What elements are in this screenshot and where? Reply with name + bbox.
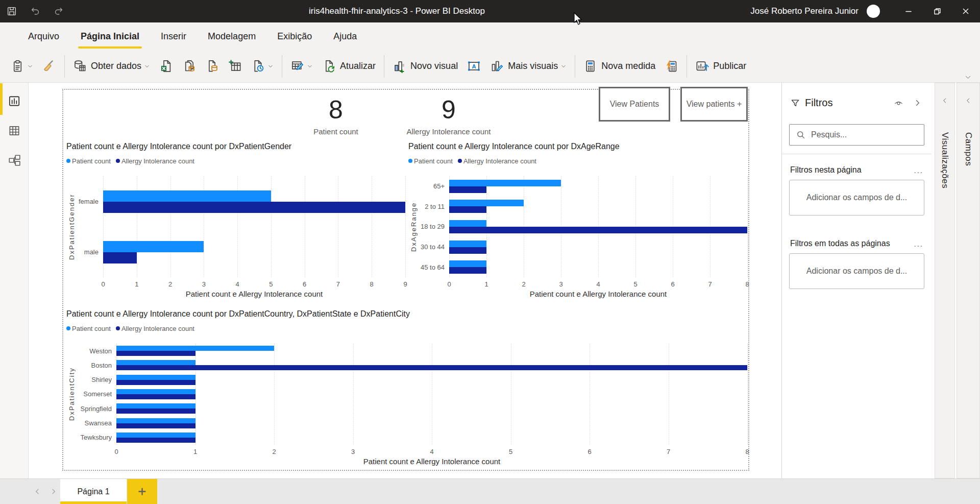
bar-patient-count[interactable] xyxy=(116,403,195,409)
bar-patient-count[interactable] xyxy=(449,220,486,227)
minimize-button[interactable] xyxy=(894,0,923,22)
transform-data-button[interactable] xyxy=(286,53,317,80)
filters-all-pages-dropzone[interactable]: Adicionar os campos de d... xyxy=(789,253,924,289)
filters-page-dropzone[interactable]: Adicionar os campos de d... xyxy=(789,180,924,215)
refresh-button[interactable]: Atualizar xyxy=(317,53,380,80)
bar-patient-count[interactable] xyxy=(449,180,561,186)
category-label: male xyxy=(77,227,103,277)
eye-icon[interactable] xyxy=(894,98,903,108)
bar-allergy-intolerance-count[interactable] xyxy=(116,365,747,370)
bar-chart-dxpatientgender[interactable]: Patient count e Allergy Intolerance coun… xyxy=(66,141,405,298)
collapse-filters-icon[interactable] xyxy=(913,98,922,108)
avatar[interactable] xyxy=(867,5,880,18)
bar-patient-count[interactable] xyxy=(116,346,274,351)
tab-ajuda[interactable]: Ajuda xyxy=(323,22,368,50)
expand-pane-icon[interactable] xyxy=(941,97,949,105)
report-page[interactable]: 8 Patient count 9 Allergy Intolerance co… xyxy=(62,89,749,471)
more-options-icon[interactable]: ... xyxy=(914,166,923,175)
bar-allergy-intolerance-count[interactable] xyxy=(103,202,405,213)
page-tab[interactable]: Página 1 xyxy=(60,479,127,504)
tab-pagina-inicial[interactable]: Página Inicial xyxy=(70,22,150,50)
bar-chart-dxpatientcity[interactable]: Patient count e Allergy Intolerance coun… xyxy=(66,308,747,466)
fields-pane-collapsed[interactable]: Campos xyxy=(957,83,980,478)
patient-count-card[interactable]: 8 Patient count xyxy=(285,95,387,136)
paste-button[interactable] xyxy=(6,53,38,80)
more-options-icon[interactable]: ... xyxy=(914,239,923,248)
bar-allergy-intolerance-count[interactable] xyxy=(116,423,195,428)
bar-patient-count[interactable] xyxy=(116,389,195,394)
recent-sources-button[interactable] xyxy=(247,53,278,80)
report-view-button[interactable] xyxy=(8,94,21,108)
add-page-button[interactable] xyxy=(127,479,157,504)
bar-patient-count[interactable] xyxy=(449,241,486,247)
format-painter-button[interactable] xyxy=(38,53,61,80)
redo-button[interactable] xyxy=(47,0,70,22)
report-canvas: 8 Patient count 9 Allergy Intolerance co… xyxy=(29,83,781,478)
bar-allergy-intolerance-count[interactable] xyxy=(449,267,486,274)
bar-allergy-intolerance-count[interactable] xyxy=(116,380,195,385)
excel-workbook-button[interactable] xyxy=(155,53,178,80)
bar-patient-count[interactable] xyxy=(449,200,524,206)
model-view-button[interactable] xyxy=(8,154,21,167)
bar-allergy-intolerance-count[interactable] xyxy=(449,227,747,233)
bar-allergy-intolerance-count[interactable] xyxy=(449,206,486,213)
tab-exibicao[interactable]: Exibição xyxy=(266,22,323,50)
tab-modelagem[interactable]: Modelagem xyxy=(197,22,266,50)
bar-allergy-intolerance-count[interactable] xyxy=(449,247,486,254)
undo-button[interactable] xyxy=(23,0,47,22)
tab-arquivo[interactable]: Arquivo xyxy=(17,22,70,50)
x-axis: 012345678 xyxy=(449,277,747,290)
sql-server-button[interactable] xyxy=(178,53,201,80)
bar-patient-count[interactable] xyxy=(116,360,195,365)
bar-allergy-intolerance-count[interactable] xyxy=(116,409,195,414)
visualizations-pane-collapsed[interactable]: Visualizações xyxy=(935,83,955,478)
data-view-button[interactable] xyxy=(8,124,21,137)
bar-patient-count[interactable] xyxy=(103,190,271,202)
bar-patient-count[interactable] xyxy=(116,418,195,423)
bar-patient-count[interactable] xyxy=(449,260,486,267)
previous-page-button[interactable] xyxy=(33,487,42,496)
plus-icon xyxy=(137,487,147,496)
tab-inserir[interactable]: Inserir xyxy=(150,22,197,50)
legend-item: Allergy Intolerance count xyxy=(458,157,536,165)
new-measure-button[interactable]: Nova medida xyxy=(579,53,660,80)
dataverse-button[interactable] xyxy=(201,53,224,80)
allergy-count-card[interactable]: 9 Allergy Intolerance count xyxy=(387,95,510,136)
save-button[interactable] xyxy=(0,0,23,22)
save-icon xyxy=(6,6,17,17)
bar-patient-count[interactable] xyxy=(116,433,195,438)
more-visuals-button[interactable]: Mais visuais xyxy=(485,53,571,80)
bar-allergy-intolerance-count[interactable] xyxy=(116,351,195,356)
user-name[interactable]: José Roberto Pereira Junior xyxy=(750,6,859,16)
bar-allergy-intolerance-count[interactable] xyxy=(449,186,486,193)
bar-allergy-intolerance-count[interactable] xyxy=(116,394,195,399)
bar-chart-dxagerange[interactable]: Patient count e Allergy Intolerance coun… xyxy=(408,141,747,298)
legend-item: Allergy Intolerance count xyxy=(116,157,194,165)
x-tick-label: 0 xyxy=(447,280,451,288)
restore-button[interactable] xyxy=(923,0,951,22)
gridline xyxy=(405,176,406,277)
enter-data-button[interactable] xyxy=(224,53,247,80)
legend-item: Allergy Intolerance count xyxy=(116,325,194,332)
close-button[interactable] xyxy=(951,0,980,22)
next-page-button[interactable] xyxy=(48,487,58,496)
bar-patient-count[interactable] xyxy=(103,241,204,252)
bar-allergy-intolerance-count[interactable] xyxy=(116,438,195,443)
title-bar: iris4health-fhir-analytics-3 - Power BI … xyxy=(0,0,980,22)
x-tick-label: 7 xyxy=(336,280,340,288)
view-patients-button[interactable]: View Patients xyxy=(599,87,670,122)
new-visual-button[interactable]: Novo visual xyxy=(388,53,462,80)
view-patients-plus-button[interactable]: View patients + xyxy=(680,87,748,122)
new-visual-icon xyxy=(393,59,406,73)
get-data-button[interactable]: Obter dados xyxy=(68,53,155,80)
x-tick-label: 4 xyxy=(430,448,433,455)
quick-measure-button[interactable] xyxy=(660,53,683,80)
bar-patient-count[interactable] xyxy=(116,375,195,380)
text-box-button[interactable]: A xyxy=(462,53,485,80)
publish-button[interactable]: Publicar xyxy=(691,53,751,80)
filters-search-input[interactable] xyxy=(790,125,924,145)
close-icon xyxy=(960,6,971,17)
collapse-ribbon-button[interactable] xyxy=(964,74,972,81)
bar-allergy-intolerance-count[interactable] xyxy=(103,252,137,263)
expand-pane-icon[interactable] xyxy=(964,97,972,105)
